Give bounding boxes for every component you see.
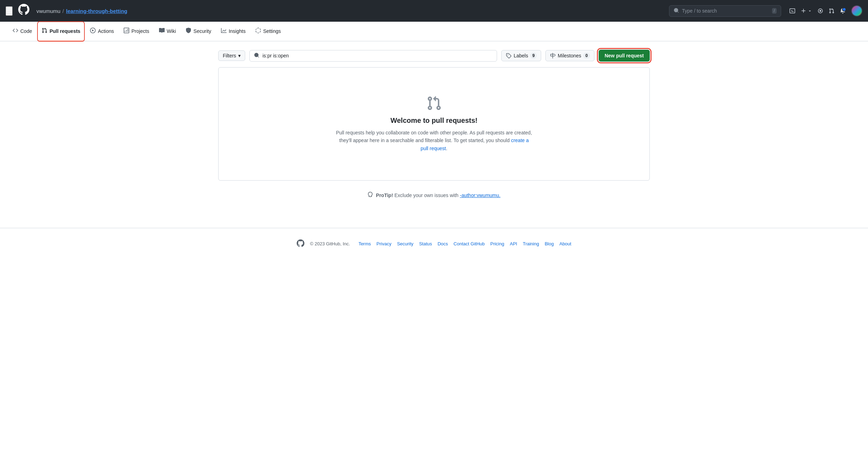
slash-badge: /: [772, 8, 777, 14]
footer-contact-link[interactable]: Contact GitHub: [454, 241, 485, 246]
svg-rect-1: [6, 10, 12, 11]
github-footer-logo-icon: [297, 239, 304, 248]
footer-docs-link[interactable]: Docs: [438, 241, 448, 246]
nav-actions[interactable]: Actions: [86, 22, 118, 41]
pull-requests-icon-button[interactable]: [829, 8, 834, 14]
search-placeholder: Type / to search: [682, 8, 717, 14]
protip-icon: [367, 192, 373, 198]
filter-bar: Filters ▾ Labels 9 Milestones 0: [218, 50, 650, 62]
add-new-button[interactable]: [801, 8, 812, 14]
nav-pull-requests[interactable]: Pull requests: [37, 22, 84, 41]
search-input[interactable]: [262, 53, 492, 58]
top-nav-actions: [790, 5, 862, 16]
copilot-button[interactable]: [818, 8, 823, 14]
search-icon: [254, 52, 260, 59]
nav-insights-label: Insights: [229, 28, 246, 34]
empty-state-desc-text: Pull requests help you collaborate on co…: [336, 130, 532, 143]
global-search[interactable]: Type / to search /: [669, 5, 781, 17]
svg-point-4: [820, 10, 821, 12]
nav-code[interactable]: Code: [8, 22, 36, 41]
breadcrumb: vwumumu / learning-through-betting: [36, 8, 128, 14]
nav-insights[interactable]: Insights: [217, 22, 250, 41]
pull-request-icon: [42, 28, 47, 34]
nav-settings[interactable]: Settings: [251, 22, 285, 41]
svg-rect-2: [6, 12, 12, 13]
main-content: Filters ▾ Labels 9 Milestones 0: [210, 41, 658, 207]
pr-empty-icon: [426, 96, 442, 111]
search-container[interactable]: [249, 50, 497, 62]
protip-bold: ProTip!: [376, 192, 393, 198]
settings-icon: [255, 28, 261, 34]
nav-actions-label: Actions: [98, 28, 114, 34]
labels-label: Labels: [514, 53, 528, 58]
footer: © 2023 GitHub, Inc. Terms Privacy Securi…: [0, 228, 868, 259]
user-avatar[interactable]: [851, 5, 862, 16]
empty-state-description: Pull requests help you collaborate on co…: [336, 129, 532, 152]
protip-highlight-link[interactable]: -author:vwumumu.: [460, 192, 501, 198]
nav-wiki-label: Wiki: [167, 28, 176, 34]
terminal-button[interactable]: [790, 8, 795, 14]
code-icon: [13, 28, 18, 34]
nav-settings-label: Settings: [263, 28, 281, 34]
nav-security[interactable]: Security: [181, 22, 215, 41]
search-icon: [674, 8, 679, 14]
filters-label: Filters: [223, 53, 236, 58]
empty-state: Welcome to pull requests! Pull requests …: [218, 67, 650, 181]
nav-projects-label: Projects: [131, 28, 149, 34]
footer-pricing-link[interactable]: Pricing: [490, 241, 504, 246]
notifications-button[interactable]: [840, 8, 846, 14]
labels-count: 9: [530, 52, 537, 59]
github-logo-icon: [18, 4, 29, 18]
repo-navigation: Code Pull requests Actions Projects: [0, 22, 868, 41]
actions-icon: [90, 28, 96, 34]
filters-button[interactable]: Filters ▾: [218, 50, 245, 61]
protip-section: ProTip! Exclude your own issues with -au…: [218, 192, 650, 198]
insights-icon: [221, 28, 227, 34]
milestones-count: 0: [583, 52, 590, 59]
empty-state-desc-suffix: .: [446, 146, 447, 151]
footer-copyright: © 2023 GitHub, Inc.: [310, 241, 350, 246]
footer-privacy-link[interactable]: Privacy: [377, 241, 392, 246]
new-pull-request-button[interactable]: New pull request: [599, 50, 650, 62]
footer-status-link[interactable]: Status: [419, 241, 432, 246]
hamburger-button[interactable]: [6, 6, 13, 16]
milestones-button[interactable]: Milestones 0: [545, 50, 594, 61]
labels-button[interactable]: Labels 9: [501, 50, 541, 61]
protip-text: ProTip! Exclude your own issues with -au…: [376, 192, 500, 198]
username-link[interactable]: vwumumu: [36, 8, 60, 14]
nav-security-label: Security: [193, 28, 211, 34]
footer-about-link[interactable]: About: [559, 241, 571, 246]
empty-state-title: Welcome to pull requests!: [227, 117, 641, 125]
breadcrumb-separator: /: [62, 8, 64, 14]
nav-pull-requests-label: Pull requests: [49, 28, 80, 34]
footer-training-link[interactable]: Training: [523, 241, 539, 246]
top-navigation: vwumumu / learning-through-betting Type …: [0, 0, 868, 22]
reponame-link[interactable]: learning-through-betting: [66, 8, 128, 14]
footer-terms-link[interactable]: Terms: [358, 241, 371, 246]
wiki-icon: [159, 28, 165, 34]
svg-rect-0: [6, 8, 12, 9]
nav-projects[interactable]: Projects: [119, 22, 153, 41]
projects-icon: [124, 28, 129, 34]
nav-code-label: Code: [20, 28, 32, 34]
nav-wiki[interactable]: Wiki: [155, 22, 180, 41]
security-icon: [186, 28, 191, 34]
notification-dot: [843, 8, 846, 10]
milestones-label: Milestones: [558, 53, 581, 58]
filters-dropdown-icon: ▾: [238, 53, 241, 58]
footer-api-link[interactable]: API: [510, 241, 517, 246]
footer-blog-link[interactable]: Blog: [545, 241, 554, 246]
footer-security-link[interactable]: Security: [397, 241, 413, 246]
protip-body: Exclude your own issues with: [394, 192, 459, 198]
